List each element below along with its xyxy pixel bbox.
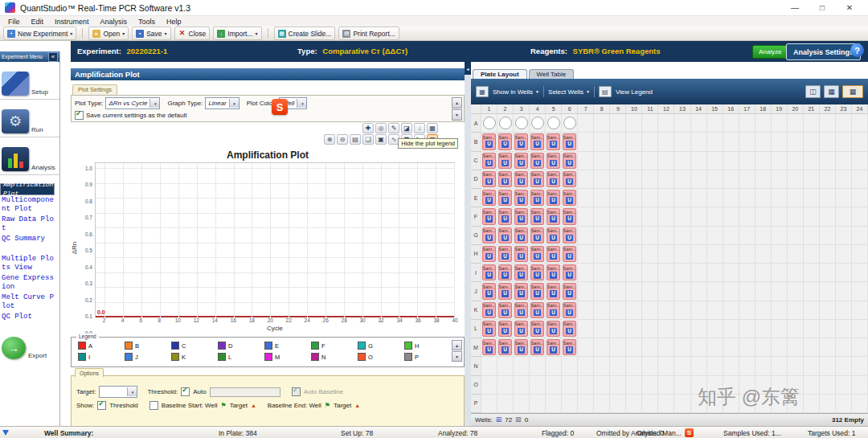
show-threshold-checkbox[interactable] [97, 401, 106, 410]
well-I2[interactable]: Sam...U [497, 264, 514, 282]
wells-grid-icon[interactable]: ▦ [476, 86, 489, 97]
well-E20[interactable] [788, 189, 804, 207]
well-I7[interactable] [578, 264, 594, 282]
well-K16[interactable] [723, 301, 739, 320]
well-B3[interactable]: Sam...U [514, 133, 530, 151]
plate-col-header-6[interactable]: 6 [562, 104, 578, 114]
well-A12[interactable] [658, 114, 674, 133]
well-A13[interactable] [674, 114, 690, 133]
print-plot-icon[interactable]: ▤ [350, 134, 361, 145]
well-J8[interactable] [594, 282, 610, 301]
download-plot-icon[interactable]: ↓ [414, 123, 425, 133]
well-N21[interactable] [804, 357, 820, 375]
well-E24[interactable] [852, 189, 868, 207]
plate-col-header-16[interactable]: 16 [723, 104, 739, 114]
well-O24[interactable] [852, 376, 868, 395]
pencil-tool-icon[interactable]: ✎ [388, 123, 399, 133]
well-L8[interactable] [594, 320, 610, 338]
well-F18[interactable] [755, 207, 772, 226]
graph-type-select[interactable]: Linear [205, 97, 239, 109]
threshold-input[interactable] [210, 387, 280, 397]
well-O8[interactable] [594, 376, 610, 395]
well-F7[interactable] [578, 207, 594, 226]
plate-row-header-J[interactable]: J [471, 282, 481, 301]
plate-col-header-5[interactable]: 5 [546, 104, 562, 114]
well-B16[interactable] [723, 133, 739, 151]
well-P5[interactable] [546, 395, 562, 413]
plate-col-header-23[interactable]: 23 [836, 104, 852, 114]
well-C2[interactable]: Sam...U [497, 152, 514, 170]
sample-well[interactable]: Sam...U [482, 246, 496, 262]
well-M1[interactable]: Sam...U [481, 338, 497, 357]
well-A16[interactable] [723, 114, 739, 133]
well-K11[interactable] [642, 301, 658, 320]
scroll-down-icon[interactable]: ▼ [452, 109, 462, 121]
well-H19[interactable] [772, 245, 788, 264]
well-O21[interactable] [804, 376, 820, 395]
well-G8[interactable] [594, 227, 610, 245]
well-I20[interactable] [788, 264, 804, 282]
sample-well[interactable]: Sam...U [498, 208, 512, 224]
sample-well[interactable]: Sam...U [498, 171, 512, 187]
plate-col-header-4[interactable]: 4 [530, 104, 546, 114]
well-N1[interactable] [481, 357, 497, 375]
well-B22[interactable] [820, 133, 836, 151]
plate-row-header-D[interactable]: D [471, 170, 481, 189]
sidebar-item-export[interactable]: → Export [0, 334, 59, 362]
well-B14[interactable] [691, 133, 707, 151]
well-B1[interactable]: Sam...U [481, 133, 497, 151]
well-D13[interactable] [674, 170, 690, 189]
well-B12[interactable] [658, 133, 674, 151]
well-P11[interactable] [642, 395, 658, 413]
well-L14[interactable] [691, 320, 707, 338]
plate-col-header-19[interactable]: 19 [772, 104, 788, 114]
well-H24[interactable] [852, 245, 868, 264]
well-G15[interactable] [707, 227, 723, 245]
sample-well[interactable]: Sam...U [482, 264, 496, 280]
well-A19[interactable] [772, 114, 788, 133]
well-H3[interactable]: Sam...U [514, 245, 530, 264]
well-L6[interactable]: Sam...U [562, 320, 578, 338]
well-P7[interactable] [578, 395, 594, 413]
sample-well[interactable]: Sam...U [530, 339, 544, 355]
well-I3[interactable]: Sam...U [514, 264, 530, 282]
sample-well[interactable]: Sam...U [547, 190, 560, 206]
well-J22[interactable] [820, 282, 836, 301]
well-O22[interactable] [820, 376, 836, 395]
well-D21[interactable] [804, 170, 820, 189]
well-P2[interactable] [497, 395, 514, 413]
plate-col-header-7[interactable]: 7 [578, 104, 594, 114]
sample-well[interactable]: Sam...U [547, 264, 560, 280]
well-N2[interactable] [497, 357, 514, 375]
toolbar-button-new-experiment[interactable]: +New Experiment▾ [3, 27, 76, 40]
tab-plot-settings[interactable]: Plot Settings [72, 84, 117, 95]
well-D19[interactable] [772, 170, 788, 189]
baseline-start-checkbox[interactable] [149, 401, 158, 410]
well-N7[interactable] [578, 357, 594, 375]
plate-format-icon[interactable]: ▦ [842, 85, 863, 98]
well-K4[interactable]: Sam...U [530, 301, 546, 320]
well-M22[interactable] [820, 338, 836, 357]
well-H23[interactable] [836, 245, 852, 264]
plate-row-header-E[interactable]: E [471, 189, 481, 207]
well-D1[interactable]: Sam...U [481, 170, 497, 189]
well-P6[interactable] [562, 395, 578, 413]
well-I22[interactable] [820, 264, 836, 282]
sample-well[interactable]: Sam...U [530, 133, 544, 149]
well-O3[interactable] [514, 376, 530, 395]
well-M11[interactable] [642, 338, 658, 357]
minimize-button[interactable]: — [781, 1, 809, 15]
sidebar-item-setup[interactable]: Setup [0, 62, 59, 100]
sample-well[interactable]: Sam...U [530, 264, 544, 280]
well-J17[interactable] [739, 282, 755, 301]
sample-well[interactable]: Sam...U [482, 283, 496, 299]
sample-well[interactable]: Sam...U [547, 321, 560, 337]
well-E16[interactable] [723, 189, 739, 207]
export-plot-icon[interactable]: ▣ [375, 134, 387, 145]
well-M16[interactable] [723, 338, 739, 357]
well-P3[interactable] [514, 395, 530, 413]
well-G21[interactable] [804, 227, 820, 245]
analyze-button[interactable]: Analyze [752, 45, 788, 59]
well-F8[interactable] [594, 207, 610, 226]
scroll-up-icon[interactable]: ▲ [452, 340, 462, 350]
